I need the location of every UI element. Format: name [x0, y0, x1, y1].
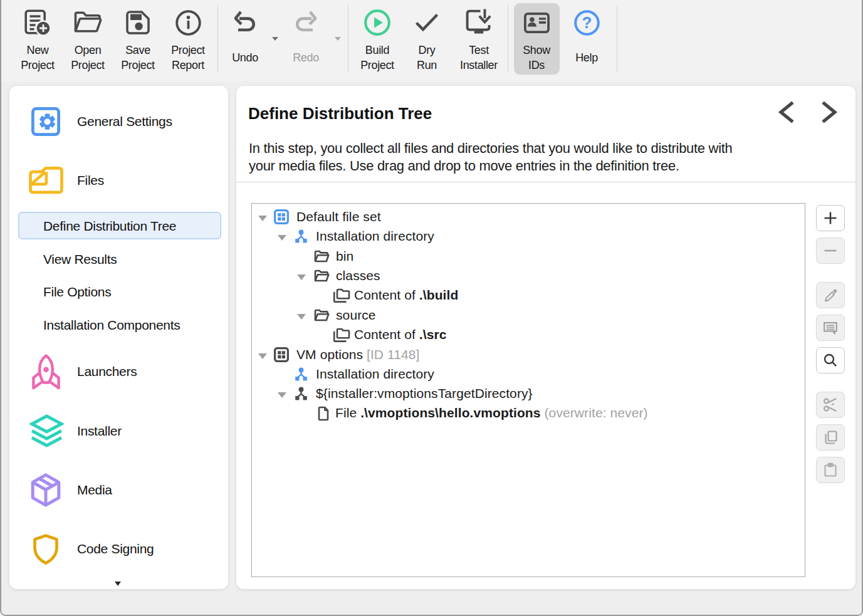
svg-text:?: ?	[582, 13, 592, 31]
